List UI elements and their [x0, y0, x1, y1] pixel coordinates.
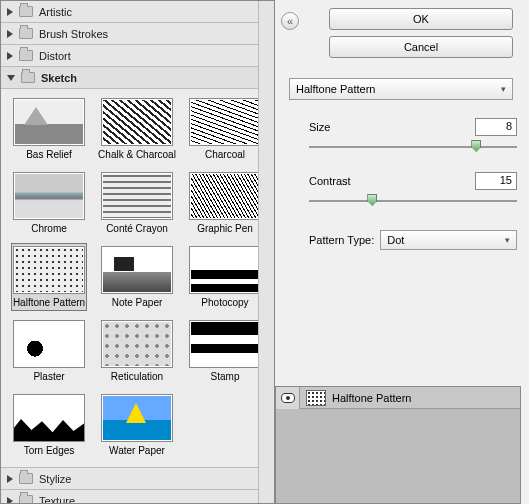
pattern-type-select[interactable]: Dot ▾ [380, 230, 517, 250]
category-distort[interactable]: Distort [1, 45, 274, 67]
filter-note-paper[interactable]: Note Paper [99, 243, 175, 311]
category-stylize[interactable]: Stylize [1, 468, 274, 490]
ok-button[interactable]: OK [329, 8, 513, 30]
disclosure-right-icon [7, 497, 13, 505]
effect-layer-row[interactable]: Halftone Pattern [276, 387, 520, 409]
filter-torn-edges[interactable]: Torn Edges [11, 391, 87, 459]
thumbnail-label: Charcoal [205, 149, 245, 160]
thumbnail-icon [101, 394, 173, 442]
thumbnail-icon [13, 320, 85, 368]
thumbnail-icon [101, 172, 173, 220]
param-pattern-type: Pattern Type: Dot ▾ [289, 230, 521, 250]
filter-bas-relief[interactable]: Bas Relief [11, 95, 87, 163]
layer-thumbnail-icon [306, 390, 326, 406]
filter-chalk-charcoal[interactable]: Chalk & Charcoal [99, 95, 175, 163]
filter-select-value: Halftone Pattern [296, 83, 376, 95]
thumbnail-label: Conté Crayon [106, 223, 168, 234]
thumbnail-icon [101, 98, 173, 146]
thumbnail-label: Halftone Pattern [13, 297, 85, 308]
filter-photocopy[interactable]: Photocopy [187, 243, 263, 311]
category-label: Brush Strokes [39, 28, 108, 40]
disclosure-right-icon [7, 52, 13, 60]
filter-water-paper[interactable]: Water Paper [99, 391, 175, 459]
thumbnail-label: Bas Relief [26, 149, 72, 160]
thumbnail-label: Photocopy [201, 297, 248, 308]
disclosure-right-icon [7, 30, 13, 38]
param-size: Size 8 [289, 118, 521, 154]
thumbnail-label: Reticulation [111, 371, 163, 382]
category-texture[interactable]: Texture [1, 490, 274, 504]
folder-icon [19, 473, 33, 484]
thumbnail-label: Note Paper [112, 297, 163, 308]
eye-icon [281, 393, 295, 403]
category-label: Sketch [41, 72, 77, 84]
filter-chrome[interactable]: Chrome [11, 169, 87, 237]
thumbnail-label: Graphic Pen [197, 223, 253, 234]
thumbnail-label: Chrome [31, 223, 67, 234]
folder-icon [19, 28, 33, 39]
thumbnail-icon [13, 246, 85, 294]
thumbnail-label: Chalk & Charcoal [98, 149, 176, 160]
folder-icon [19, 495, 33, 504]
folder-icon [21, 72, 35, 83]
param-contrast-slider[interactable] [309, 194, 517, 208]
slider-thumb-icon[interactable] [471, 140, 481, 152]
chevron-down-icon: ▾ [501, 84, 506, 94]
scrollbar[interactable] [258, 1, 274, 503]
collapse-toggle[interactable]: « [281, 12, 299, 30]
filter-stamp[interactable]: Stamp [187, 317, 263, 385]
pattern-type-label: Pattern Type: [309, 234, 374, 246]
disclosure-right-icon [7, 8, 13, 16]
slider-track [309, 200, 517, 202]
thumbnail-icon [189, 320, 261, 368]
filter-gallery-panel: Artistic Brush Strokes Distort Sketch Ba… [0, 0, 275, 504]
thumbnail-label: Plaster [33, 371, 64, 382]
chevron-down-icon: ▾ [505, 235, 510, 245]
slider-track [309, 146, 517, 148]
category-label: Artistic [39, 6, 72, 18]
param-size-label: Size [309, 121, 330, 133]
slider-thumb-icon[interactable] [367, 194, 377, 206]
thumbnail-icon [189, 246, 261, 294]
folder-icon [19, 50, 33, 61]
effect-layers-panel: Halftone Pattern [275, 386, 521, 504]
disclosure-down-icon [7, 75, 15, 81]
param-contrast-input[interactable]: 15 [475, 172, 517, 190]
disclosure-right-icon [7, 475, 13, 483]
thumbnail-icon [13, 172, 85, 220]
param-contrast-label: Contrast [309, 175, 351, 187]
category-brush-strokes[interactable]: Brush Strokes [1, 23, 274, 45]
filter-halftone-pattern[interactable]: Halftone Pattern [11, 243, 87, 311]
thumbnail-icon [189, 172, 261, 220]
folder-icon [19, 6, 33, 17]
param-size-slider[interactable] [309, 140, 517, 154]
chevrons-icon: « [287, 15, 293, 27]
cancel-button[interactable]: Cancel [329, 36, 513, 58]
filter-plaster[interactable]: Plaster [11, 317, 87, 385]
thumbnail-icon [13, 98, 85, 146]
pattern-type-value: Dot [387, 234, 404, 246]
visibility-toggle[interactable] [276, 387, 300, 409]
category-label: Texture [39, 495, 75, 505]
filter-select[interactable]: Halftone Pattern ▾ [289, 78, 513, 100]
settings-panel: « OK Cancel Halftone Pattern ▾ Size 8 Co… [275, 0, 529, 504]
category-label: Stylize [39, 473, 71, 485]
filter-reticulation[interactable]: Reticulation [99, 317, 175, 385]
thumbnail-icon [101, 246, 173, 294]
category-sketch[interactable]: Sketch [1, 67, 274, 89]
sketch-thumbnails: Bas Relief Chalk & Charcoal Charcoal Chr… [1, 89, 274, 468]
category-artistic[interactable]: Artistic [1, 1, 274, 23]
thumbnail-label: Water Paper [109, 445, 165, 456]
category-label: Distort [39, 50, 71, 62]
thumbnail-label: Stamp [211, 371, 240, 382]
filter-graphic-pen[interactable]: Graphic Pen [187, 169, 263, 237]
param-size-input[interactable]: 8 [475, 118, 517, 136]
filter-charcoal[interactable]: Charcoal [187, 95, 263, 163]
param-contrast: Contrast 15 [289, 172, 521, 208]
thumbnail-icon [189, 98, 261, 146]
effect-layer-label: Halftone Pattern [332, 392, 412, 404]
filter-conte-crayon[interactable]: Conté Crayon [99, 169, 175, 237]
thumbnail-label: Torn Edges [24, 445, 75, 456]
thumbnail-icon [13, 394, 85, 442]
thumbnail-icon [101, 320, 173, 368]
